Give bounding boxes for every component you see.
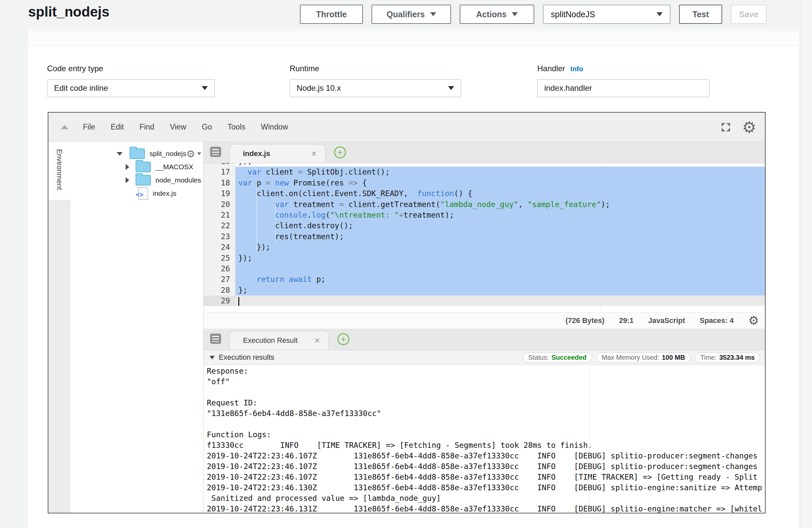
code-line-26[interactable]: 26 [203, 263, 765, 274]
code-entry-type-select[interactable]: Edit code inline [47, 79, 215, 97]
menu-item-find[interactable]: Find [140, 122, 155, 131]
indent-guide [275, 199, 276, 242]
code-line-17[interactable]: 17 var client = SplitObj.client(); [203, 166, 765, 177]
header-actions: Throttle Qualifiers Actions splitNodeJS … [300, 5, 767, 24]
execution-results-output[interactable]: Response: "off" Request ID: "131e865f-6e… [203, 365, 765, 513]
runtime-select[interactable]: Node.js 10.x [290, 79, 461, 97]
throttle-button-label: Throttle [316, 10, 347, 19]
menu-item-view[interactable]: View [170, 122, 186, 131]
tree-item-split_nodejs[interactable]: split_nodejs⚙ [70, 147, 203, 160]
code-lines: 16});17 var client = SplitObj.client();1… [203, 163, 765, 306]
chevron-down-icon [448, 86, 454, 90]
card-header-gap [28, 32, 799, 46]
menu-item-go[interactable]: Go [202, 122, 212, 131]
lambda-console-screen: split_nodejs Throttle Qualifiers Actions… [0, 0, 812, 528]
close-icon[interactable]: × [315, 336, 320, 346]
code-line-19[interactable]: 19 client.on(client.Event.SDK_READY, fun… [203, 188, 765, 199]
execution-results-header: Execution results Status:SucceededMax Me… [203, 350, 765, 365]
status-bar-gear-icon[interactable]: ⚙ [748, 315, 759, 327]
tab-list-icon[interactable] [210, 147, 221, 157]
code-line-29[interactable]: 29 [203, 295, 765, 306]
menubar-icons: ⚙ [720, 119, 756, 135]
folder-icon [135, 175, 151, 186]
qualifiers-dropdown-button[interactable]: Qualifiers [372, 5, 451, 24]
code-line-21[interactable]: 21 console.log("\ntreatment: "+treatment… [203, 210, 765, 220]
test-event-select[interactable]: splitNodeJS [543, 5, 670, 24]
status-bar-item: 29:1 [619, 316, 634, 325]
tree-item-__MACOSX[interactable]: __MACOSX [70, 160, 203, 174]
caret-down-icon[interactable] [117, 152, 122, 156]
text-cursor [238, 297, 239, 306]
info-link[interactable]: Info [131, 28, 148, 29]
line-number: 26 [203, 263, 235, 274]
result-badge: Time:3523.34 ms [695, 352, 760, 363]
code-entry-type-value: Edit code inline [54, 84, 108, 93]
tab-index-js[interactable]: index.js × [229, 144, 325, 163]
handler-info-link[interactable]: Info [570, 65, 583, 73]
chevron-down-icon [512, 12, 518, 16]
code-line-content: var treatment = client.getTreatment("lam… [235, 199, 765, 210]
line-number: 27 [203, 274, 235, 284]
line-number: 29 [203, 295, 235, 306]
collapse-menu-icon[interactable] [61, 125, 68, 129]
test-button[interactable]: Test [679, 5, 722, 24]
throttle-button[interactable]: Throttle [300, 5, 363, 24]
code-line-24[interactable]: 24 }); [203, 242, 765, 252]
handler-input[interactable]: index.handler [537, 79, 710, 97]
actions-button-label: Actions [476, 10, 507, 19]
new-tab-plus-icon[interactable]: + [337, 333, 349, 345]
runtime-label: Runtime [290, 64, 319, 73]
actions-dropdown-button[interactable]: Actions [460, 5, 534, 24]
tab-list-icon[interactable] [210, 334, 221, 344]
tree-settings-gear-icon[interactable]: ⚙ [186, 148, 201, 160]
js-file-icon: <> [138, 187, 148, 200]
tab-execution-result-label: Execution Result [243, 336, 298, 345]
chevron-down-icon [430, 12, 436, 16]
status-bar-item: (726 Bytes) [565, 316, 604, 325]
code-line-27[interactable]: 27 return await p; [203, 274, 765, 284]
line-number: 18 [203, 178, 235, 188]
editor-main-column: index.js × + 16});17 var client = SplitO… [203, 142, 765, 513]
tree-item-node_modules[interactable]: node_modules [70, 174, 203, 187]
code-line-content: return await p; [235, 274, 765, 284]
menu-item-window[interactable]: Window [261, 122, 288, 131]
caret-right-icon[interactable] [126, 164, 129, 170]
tab-index-js-label: index.js [243, 149, 270, 158]
code-line-18[interactable]: 18var p = new Promise(res => { [203, 178, 765, 188]
save-button[interactable]: Save [731, 5, 767, 24]
code-line-22[interactable]: 22 client.destroy(); [203, 220, 765, 231]
code-line-23[interactable]: 23 res(treatment); [203, 231, 765, 242]
menu-item-tools[interactable]: Tools [228, 122, 246, 131]
code-editor-area[interactable]: 16});17 var client = SplitObj.client();1… [203, 163, 765, 312]
editor-settings-gear-icon[interactable]: ⚙ [742, 119, 756, 135]
code-line-content: client.destroy(); [235, 220, 765, 231]
tree-item-index.js[interactable]: <>index.js [70, 187, 203, 200]
menu-item-file[interactable]: File [83, 122, 95, 131]
environment-tab[interactable]: Environment [55, 149, 64, 190]
code-line-20[interactable]: 20 var treatment = client.getTreatment("… [203, 199, 765, 210]
fullscreen-icon[interactable] [720, 121, 732, 133]
line-number: 17 [203, 166, 235, 177]
caret-right-icon[interactable] [126, 177, 129, 183]
code-line-16[interactable]: 16}); [203, 163, 765, 166]
code-line-25[interactable]: 25}); [203, 253, 765, 263]
code-line-28[interactable]: 28}; [203, 285, 765, 295]
code-entry-type-label: Code entry type [47, 64, 103, 73]
page-scrollbar[interactable] [801, 0, 812, 528]
runtime-value: Node.js 10.x [296, 84, 341, 93]
tab-execution-result[interactable]: Execution Result × [229, 331, 329, 350]
test-event-select-value: splitNodeJS [551, 10, 595, 19]
code-line-content: }); [235, 242, 765, 252]
page-title: split_nodejs [28, 4, 110, 20]
test-button-label: Test [692, 10, 709, 19]
status-bar-item: JavaScript [648, 316, 685, 325]
tree-item-label: index.js [153, 189, 176, 197]
collapse-results-icon[interactable] [209, 356, 215, 360]
menu-item-edit[interactable]: Edit [111, 122, 124, 131]
line-number: 19 [203, 188, 235, 199]
new-tab-plus-icon[interactable]: + [334, 146, 346, 158]
code-line-content [235, 295, 765, 306]
folder-icon [135, 162, 151, 172]
menu-items: FileEditFindViewGoToolsWindow [83, 122, 304, 132]
close-icon[interactable]: × [311, 149, 317, 159]
